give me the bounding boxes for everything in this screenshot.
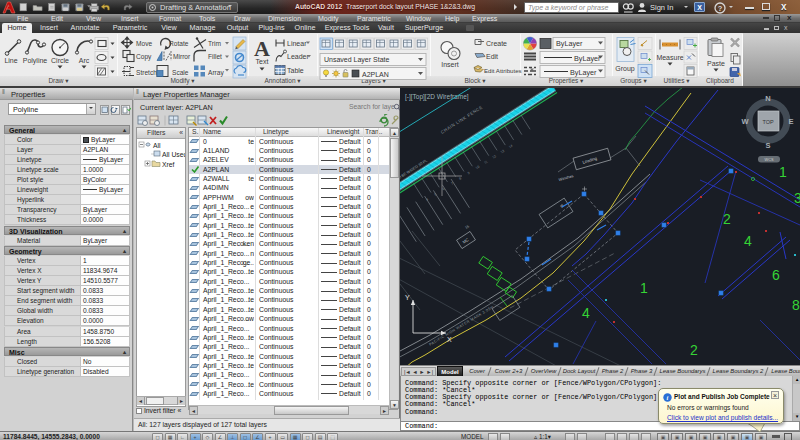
svg-text:Copy: Copy (136, 53, 152, 61)
svg-text:All: All (153, 142, 161, 149)
svg-text:3: 3 (794, 190, 800, 206)
svg-text:E: E (788, 117, 793, 126)
svg-text:TOP: TOP (762, 119, 774, 125)
svg-text:[-][Top][2D Wireframe]: [-][Top][2D Wireframe] (405, 93, 469, 101)
svg-text:Array: Array (208, 69, 224, 77)
svg-text:Edit Attributes: Edit Attributes (484, 67, 522, 74)
svg-text:4: 4 (582, 305, 590, 321)
svg-text:Insert: Insert (441, 61, 459, 68)
svg-text:Create: Create (486, 40, 507, 47)
svg-text:2: 2 (690, 342, 698, 358)
svg-text:All Usec: All Usec (162, 151, 185, 158)
svg-text:1: 1 (779, 164, 787, 180)
svg-text:ByLayer: ByLayer (556, 39, 583, 48)
svg-text:Paste: Paste (707, 60, 725, 67)
svg-text:Group: Group (615, 65, 635, 73)
svg-text:ByLayer: ByLayer (574, 54, 601, 63)
svg-text:2: 2 (723, 211, 731, 227)
svg-text:Xref: Xref (162, 161, 175, 168)
svg-text:Fillet: Fillet (208, 53, 222, 60)
svg-text:Circle: Circle (51, 57, 69, 64)
svg-text:?: ? (718, 3, 723, 12)
svg-text:Text: Text (256, 58, 269, 65)
svg-text:Edit: Edit (486, 53, 498, 60)
svg-text:Leader: Leader (287, 53, 309, 60)
svg-text:1: 1 (640, 280, 648, 296)
svg-text:Line: Line (4, 57, 17, 64)
svg-text:ByLayer: ByLayer (570, 68, 597, 77)
svg-text:Move: Move (136, 40, 152, 47)
svg-text:X: X (447, 336, 452, 343)
svg-text:Stretch: Stretch (136, 69, 157, 76)
svg-text:i: i (667, 394, 669, 401)
svg-text:6: 6 (772, 267, 780, 283)
svg-text:A2PLAN: A2PLAN (362, 71, 389, 78)
svg-text:WCS: WCS (765, 158, 774, 162)
svg-text:Mirror: Mirror (173, 53, 191, 60)
svg-text:S: S (765, 141, 770, 150)
svg-text:Arc: Arc (79, 57, 90, 64)
svg-text:Measure: Measure (656, 54, 683, 61)
svg-text:Scale: Scale (172, 69, 189, 76)
svg-text:Unsaved Layer State: Unsaved Layer State (324, 56, 389, 64)
svg-text:Linear: Linear (287, 40, 307, 47)
svg-text:N: N (765, 94, 770, 103)
svg-text:8: 8 (792, 297, 800, 313)
svg-text:Table: Table (287, 67, 304, 74)
svg-text:W: W (741, 117, 749, 126)
svg-text:Polyline: Polyline (23, 57, 48, 65)
svg-text:Y: Y (405, 294, 410, 301)
svg-text:Trim: Trim (208, 40, 221, 47)
svg-text:4: 4 (744, 233, 752, 249)
svg-text:Rotate: Rotate (169, 40, 189, 47)
